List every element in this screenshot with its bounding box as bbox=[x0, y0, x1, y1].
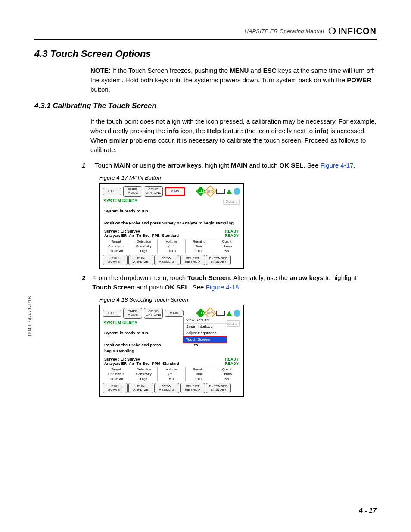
figure-ref-4-18[interactable]: Figure 4-18 bbox=[206, 283, 239, 291]
info-word: info bbox=[167, 127, 179, 134]
ipn-label: IPN 074-471-P1B bbox=[28, 296, 32, 336]
emer-mode-button[interactable]: EMER MODE bbox=[123, 186, 142, 197]
note-paragraph: NOTE: If the Touch Screen freezes, pushi… bbox=[90, 66, 377, 94]
figure-4-17-device: EXIT EMER MODE CONC OPTIONS MAIN HELP in… bbox=[99, 183, 244, 269]
note-label: NOTE: bbox=[90, 67, 111, 74]
ready-text: System is ready to run. bbox=[104, 208, 239, 214]
run-analyze-button[interactable]: RUN ANALYZE bbox=[128, 255, 153, 266]
subsection-paragraph: If the touch point does not align with t… bbox=[90, 117, 377, 154]
esc-key: ESC bbox=[263, 67, 277, 74]
run-survey-button[interactable]: RUN SURVEY bbox=[103, 383, 128, 394]
details-button[interactable]: Details bbox=[223, 199, 240, 205]
instruction-text: Position the Probe and press Survey or A… bbox=[104, 220, 239, 226]
exit-button[interactable]: EXIT bbox=[103, 310, 121, 317]
survey-label: Survey : ER Survey bbox=[104, 229, 140, 233]
extended-standby-button[interactable]: EXTENDED STANDBY bbox=[206, 383, 231, 394]
main-button[interactable]: MAIN bbox=[165, 310, 184, 317]
instruction-text: Position the Probe and press Survey or A… bbox=[104, 342, 239, 348]
step-2: 2 From the dropdown menu, touch Touch Sc… bbox=[82, 273, 377, 292]
exit-button[interactable]: EXIT bbox=[103, 188, 121, 195]
globe-icon bbox=[234, 188, 240, 195]
menu-key: MENU bbox=[230, 67, 249, 74]
battery-icon bbox=[216, 189, 225, 194]
dd-view-results[interactable]: View Results bbox=[184, 317, 227, 324]
survey-ready: READY bbox=[225, 229, 239, 233]
survey-ready: READY bbox=[225, 357, 239, 361]
main-dropdown[interactable]: View Results Smart Interface Adjust Brig… bbox=[183, 317, 227, 343]
extended-standby-button[interactable]: EXTENDED STANDBY bbox=[206, 255, 231, 266]
conc-options-button[interactable]: CONC OPTIONS bbox=[144, 308, 163, 319]
status-triangle-icon bbox=[227, 311, 232, 316]
run-survey-button[interactable]: RUN SURVEY bbox=[103, 255, 128, 266]
note-text: If the Touch Screen freezes, pushing the bbox=[112, 67, 230, 74]
analyze-label: Analyze: ER_Air_Tri-Bed_PPM_Standard bbox=[104, 361, 179, 366]
page-number: 4 - 17 bbox=[359, 507, 377, 515]
section-heading: 4.3 Touch Screen Options bbox=[34, 48, 377, 59]
battery-icon bbox=[216, 311, 225, 316]
step-number: 2 bbox=[82, 273, 87, 292]
status-triangle-icon bbox=[227, 189, 232, 194]
emer-mode-button[interactable]: EMER MODE bbox=[123, 308, 142, 319]
dd-adjust-brightness[interactable]: Adjust Brightness bbox=[184, 330, 227, 336]
main-button-highlighted[interactable]: MAIN bbox=[165, 187, 185, 196]
figure-4-18-caption: Figure 4-18 Selecting Touch Screen bbox=[99, 296, 377, 303]
analyze-ready: READY bbox=[225, 361, 239, 366]
figure-ref-4-17[interactable]: Figure 4-17 bbox=[321, 162, 354, 169]
params-table: TargetDetectionVolumeRunningQuant Chemic… bbox=[103, 239, 240, 253]
figure-4-17-caption: Figure 4-17 MAIN Button bbox=[99, 174, 377, 181]
survey-label: Survey : ER Survey bbox=[104, 357, 140, 361]
globe-icon bbox=[234, 310, 240, 317]
info-icon[interactable]: info bbox=[204, 185, 216, 197]
conc-options-button[interactable]: CONC OPTIONS bbox=[144, 186, 163, 197]
select-method-button[interactable]: SELECT METHOD bbox=[180, 383, 205, 394]
system-ready-label: SYSTEM READY bbox=[103, 199, 137, 205]
step-1: 1 Touch MAIN or using the arrow keys, hi… bbox=[82, 161, 377, 170]
help-word: Help bbox=[207, 127, 221, 134]
analyze-ready: READY bbox=[225, 233, 239, 238]
analyze-label: Analyze: ER_Air_Tri-Bed_PPB_Standard bbox=[104, 233, 179, 238]
dd-touch-screen-highlighted[interactable]: Touch Screen bbox=[184, 336, 227, 342]
subsection-heading: 4.3.1 Calibrating The Touch Screen bbox=[34, 102, 377, 110]
view-results-button[interactable]: VIEW RESULTS bbox=[154, 383, 179, 394]
view-results-button[interactable]: VIEW RESULTS bbox=[154, 255, 179, 266]
select-method-button[interactable]: SELECT METHOD bbox=[180, 255, 205, 266]
run-analyze-button[interactable]: RUN ANALYZE bbox=[128, 383, 153, 394]
dd-smart-interface[interactable]: Smart Interface bbox=[184, 324, 227, 330]
power-key: POWER bbox=[347, 76, 371, 84]
brand-text: INFICON bbox=[338, 26, 377, 36]
manual-title: HAPSITE ER Operating Manual bbox=[245, 28, 324, 34]
logo-swirl-icon: ❍ bbox=[328, 26, 336, 36]
brand-logo: ❍ INFICON bbox=[328, 26, 377, 36]
step-number: 1 bbox=[82, 161, 90, 170]
system-ready-label: SYSTEM READY bbox=[103, 320, 137, 327]
params-table: TargetDetectionVolumeRunningQuant Chemic… bbox=[103, 367, 240, 381]
